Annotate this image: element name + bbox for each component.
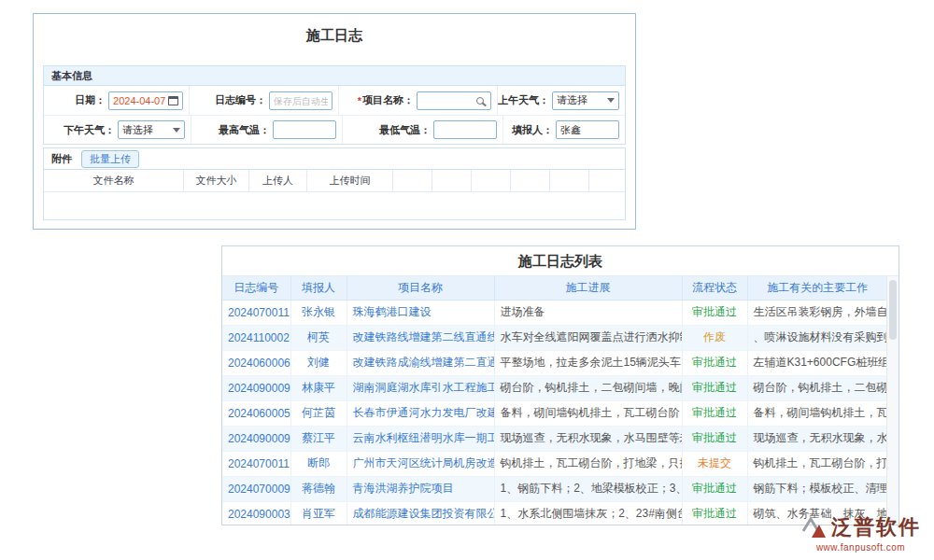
- status-badge: 审批通过: [692, 356, 737, 369]
- status-badge: 作废: [703, 330, 726, 343]
- project-link[interactable]: 青海洪湖养护院项目: [353, 482, 454, 495]
- pm-weather-value: 请选择: [122, 123, 153, 137]
- status-badge: 审批通过: [692, 305, 737, 318]
- reporter-input[interactable]: [556, 120, 619, 139]
- progress-cell: 钩机排土，瓦工砌台阶，打地梁，只摆板: [494, 451, 682, 476]
- reporter-link[interactable]: 蔡江平: [302, 431, 335, 444]
- reporter-link[interactable]: 蒋德翰: [302, 482, 335, 495]
- col-log-no: 日志编号: [222, 276, 290, 300]
- file-table-header: 文件名称 文件大小 上传人 上传时间: [44, 170, 625, 192]
- project-link[interactable]: 湖南洞庭湖水库引水工程施工标: [353, 381, 495, 394]
- file-header-empty: [432, 170, 472, 191]
- project-name-field[interactable]: [417, 91, 491, 110]
- search-icon[interactable]: [476, 97, 484, 105]
- reporter-link[interactable]: 柯英: [307, 330, 330, 343]
- file-name-header: 文件名称: [44, 170, 184, 191]
- log-no-link[interactable]: 2024090009: [228, 432, 290, 445]
- am-weather-select[interactable]: 请选择: [552, 91, 619, 110]
- progress-cell: 进场准备: [494, 300, 682, 325]
- col-reporter: 填报人: [290, 276, 347, 300]
- fanpu-logo-icon: [800, 515, 827, 539]
- table-row: 2024090009 林康平 湖南洞庭湖水库引水工程施工标 砌台阶，钩机排土，二…: [222, 375, 887, 400]
- date-label: 日期：: [75, 93, 106, 107]
- progress-cell: 1、水系北侧围墙抹灰；2、23#南侧台阶基: [494, 501, 682, 525]
- reporter-link[interactable]: 张永银: [302, 305, 335, 318]
- vertical-scrollbar[interactable]: [886, 276, 899, 525]
- scrollbar-thumb[interactable]: [889, 280, 897, 340]
- list-title: 施工日志列表: [222, 246, 899, 276]
- col-work: 施工有关的主要工作: [747, 276, 887, 300]
- log-no-link[interactable]: 2024090009: [228, 382, 290, 395]
- table-row: 2024090003 肖亚军 成都能源建设集团投资有限公司 1、水系北侧围墙抹灰…: [222, 501, 887, 525]
- progress-cell: 备料，砌间墙钩机排土，瓦工砌台阶，打: [494, 400, 682, 426]
- status-badge: 审批通过: [692, 482, 737, 495]
- table-row: 2024110002 柯英 改建铁路线增建第二线直通线（ 水车对全线遮阳网覆盖点…: [222, 325, 887, 350]
- progress-cell: 砌台阶，钩机排土，二包砌间墙，晚间加: [494, 375, 682, 400]
- status-badge: 审批通过: [692, 406, 737, 419]
- chevron-down-icon: [607, 98, 615, 103]
- work-cell: 生活区吊装彩钢房，外墙自卸吊一辆: [747, 300, 887, 325]
- table-row: 2024060005 何芷茵 长春市伊通河水力发电厂改建工程 备料，砌间墙钩机排…: [222, 400, 887, 426]
- log-no-link[interactable]: 2024070011: [228, 457, 290, 470]
- project-link[interactable]: 改建铁路线增建第二线直通线（: [353, 330, 495, 343]
- reporter-link[interactable]: 林康平: [302, 381, 335, 394]
- reporter-link[interactable]: 何芷茵: [302, 406, 335, 419]
- log-no-link[interactable]: 2024090003: [228, 508, 290, 521]
- work-cell: 备料，砌间墙钩机排土，瓦工砌台阶: [747, 400, 887, 426]
- status-badge: 未提交: [698, 456, 731, 469]
- work-cell: 砌台阶，钩机排土，二包砌间墙，晚: [747, 375, 887, 400]
- log-no-link[interactable]: 2024060006: [228, 357, 290, 370]
- log-no-input[interactable]: [269, 91, 333, 110]
- col-project: 项目名称: [347, 276, 494, 300]
- reporter-field-group: 填报人：: [503, 116, 625, 144]
- table-row: 2024070011 断郎 广州市天河区统计局机房改造项目 钩机排土，瓦工砌台阶…: [222, 451, 887, 476]
- reporter-link[interactable]: 断郎: [307, 456, 330, 469]
- max-temp-field-group: 最高气温：: [191, 116, 343, 144]
- progress-cell: 水车对全线遮阳网覆盖点进行洒水抑制扬: [494, 325, 682, 350]
- work-cell: 、喷淋设施材料没有采购到位，暂停: [747, 325, 887, 350]
- project-link[interactable]: 成都能源建设集团投资有限公司: [353, 507, 495, 520]
- project-link[interactable]: 广州市天河区统计局机房改造项目: [353, 456, 495, 469]
- status-badge: 审批通过: [692, 431, 737, 444]
- basic-info-section-header: 基本信息: [44, 66, 625, 86]
- progress-cell: 1、钢筋下料；2、地梁模板校正；3、22#: [494, 476, 682, 501]
- construction-log-list-panel: 施工日志列表 日志编号 填报人 项目名称 施工进展 流程状态 施工有关的主要工作…: [221, 245, 899, 525]
- project-link[interactable]: 珠海鹤港口建设: [353, 305, 432, 318]
- chevron-down-icon: [173, 128, 180, 133]
- file-list-empty-area: [44, 192, 625, 218]
- am-weather-field-group: 上午天气： 请选择: [498, 86, 625, 115]
- batch-upload-button[interactable]: 批量上传: [81, 150, 139, 168]
- brand-watermark: 泛普软件 www.fanpusoft.com: [800, 513, 921, 553]
- form-row-2: 下午天气： 请选择 最高气温： 最低气温： 填报人：: [44, 115, 625, 144]
- reporter-link[interactable]: 刘健: [307, 356, 330, 369]
- progress-cell: 现场巡查，无积水现象，水马围壁等未发: [494, 426, 682, 451]
- log-no-link[interactable]: 2024070011: [228, 306, 290, 319]
- log-no-link[interactable]: 2024110002: [228, 331, 290, 344]
- table-row: 2024090009 蔡江平 云南水利枢纽潜明水库一期工程 现场巡查，无积水现象…: [222, 426, 887, 451]
- project-label: 项目名称：: [362, 93, 414, 107]
- attachment-label: 附件: [51, 152, 72, 166]
- project-link[interactable]: 云南水利枢纽潜明水库一期工程: [353, 431, 495, 444]
- file-header-empty: [393, 170, 432, 191]
- calendar-icon[interactable]: [168, 96, 178, 105]
- file-header-empty: [472, 170, 511, 191]
- reporter-link[interactable]: 肖亚军: [302, 507, 335, 520]
- progress-cell: 平整场地，拉走多余泥土15辆泥头车，围: [494, 350, 682, 375]
- brand-url: www.fanpusoft.com: [800, 542, 921, 553]
- log-no-link[interactable]: 2024070009: [228, 483, 290, 496]
- project-field-group: * 项目名称：: [339, 86, 498, 115]
- col-progress: 施工进展: [494, 276, 682, 300]
- pm-weather-select[interactable]: 请选择: [118, 120, 185, 139]
- date-field[interactable]: 2024-04-07: [108, 91, 183, 110]
- file-header-empty: [511, 170, 550, 191]
- project-link[interactable]: 长春市伊通河水力发电厂改建工程: [353, 406, 495, 419]
- max-temp-input[interactable]: [273, 120, 336, 139]
- work-cell: 钩机排土，瓦工砌台阶，打地梁，只: [747, 451, 887, 476]
- basic-info-box: 基本信息 日期： 2024-04-07 日志编号： * 项目名称：: [43, 65, 626, 145]
- pm-weather-label: 下午天气：: [64, 123, 115, 137]
- attachment-box: 附件 批量上传 文件名称 文件大小 上传人 上传时间: [43, 147, 626, 220]
- log-no-link[interactable]: 2024060005: [228, 407, 290, 420]
- work-cell: 左辅道K31+600CFG桩班组4人组装: [747, 350, 887, 375]
- project-link[interactable]: 改建铁路成渝线增建第二直通线: [353, 356, 495, 369]
- min-temp-input[interactable]: [433, 120, 497, 139]
